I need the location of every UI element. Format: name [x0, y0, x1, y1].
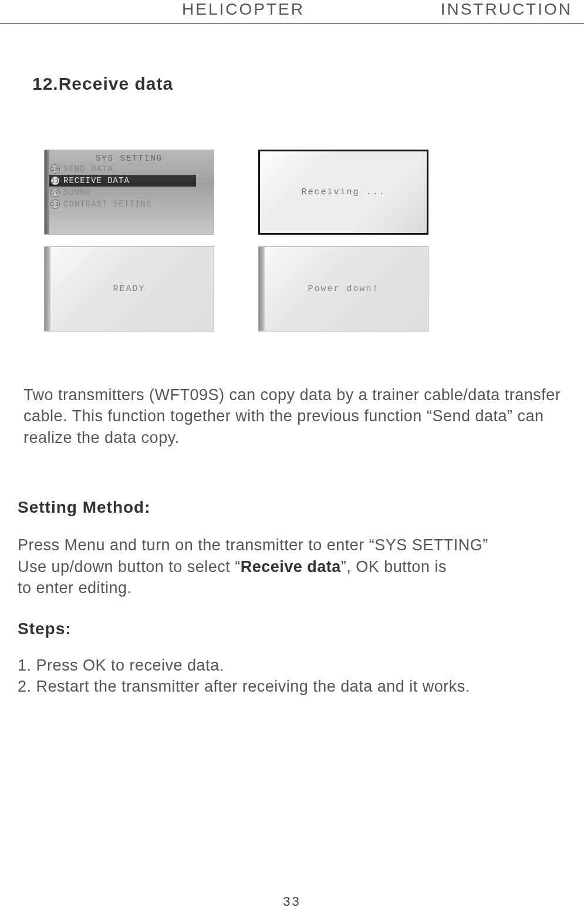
lcd-receiving-text: Receiving ...	[301, 187, 385, 197]
lcd-menu-row-label: SEND DATA	[63, 164, 113, 174]
lcd-menu-row-selected: 11 RECEIVE DATA	[48, 175, 196, 187]
page-number: 33	[0, 894, 584, 909]
page-header: HELICOPTER INSTRUCTION	[0, 0, 584, 24]
header-left: HELICOPTER	[182, 0, 305, 19]
steps-body: 1. Press OK to receive data. 2. Restart …	[18, 655, 572, 698]
lcd-menu-row: 10 SEND DATA	[45, 163, 214, 175]
method-line2b: ”, OK button is	[341, 558, 447, 576]
section-title: 12.Receive data	[32, 74, 584, 94]
step-1: 1. Press OK to receive data.	[18, 656, 224, 674]
setting-method-heading: Setting Method:	[18, 498, 584, 517]
setting-method-body: Press Menu and turn on the transmitter t…	[18, 534, 572, 598]
lcd-menu-row-num: 11	[50, 176, 60, 185]
lcd-menu-row-label: CONTRAST SETTING	[63, 199, 151, 209]
step-2: 2. Restart the transmitter after receivi…	[18, 678, 470, 695]
lcd-screenshots: SYS SETTING 10 SEND DATA 11 RECEIVE DATA…	[44, 150, 584, 331]
method-line3: to enter editing.	[18, 579, 132, 597]
lcd-powerdown-text: Power down!	[308, 284, 379, 294]
method-line1: Press Menu and turn on the transmitter t…	[18, 536, 488, 554]
lcd-menu-row: 12 SOUND	[45, 187, 214, 198]
lcd-menu-row-num: 13	[50, 199, 60, 209]
method-line2a: Use up/down button to select “	[18, 558, 241, 576]
method-bold: Receive data	[241, 558, 341, 576]
lcd-menu-row-label: SOUND	[63, 188, 91, 197]
lcd-powerdown: Power down!	[258, 246, 428, 331]
lcd-menu-row: 13 CONTRAST SETTING	[45, 198, 214, 210]
lcd-receiving: Receiving ...	[258, 150, 428, 235]
intro-paragraph: Two transmitters (WFT09S) can copy data …	[23, 384, 572, 448]
header-right: INSTRUCTION	[441, 0, 572, 19]
lcd-ready: READY	[44, 246, 214, 331]
lcd-menu-title: SYS SETTING	[45, 150, 214, 163]
lcd-menu-row-num: 12	[50, 188, 60, 197]
lcd-sys-setting-menu: SYS SETTING 10 SEND DATA 11 RECEIVE DATA…	[44, 150, 214, 235]
lcd-menu-row-num: 10	[50, 164, 60, 174]
steps-heading: Steps:	[18, 620, 584, 638]
lcd-ready-text: READY	[113, 284, 145, 294]
lcd-menu-row-label: RECEIVE DATA	[63, 176, 130, 185]
